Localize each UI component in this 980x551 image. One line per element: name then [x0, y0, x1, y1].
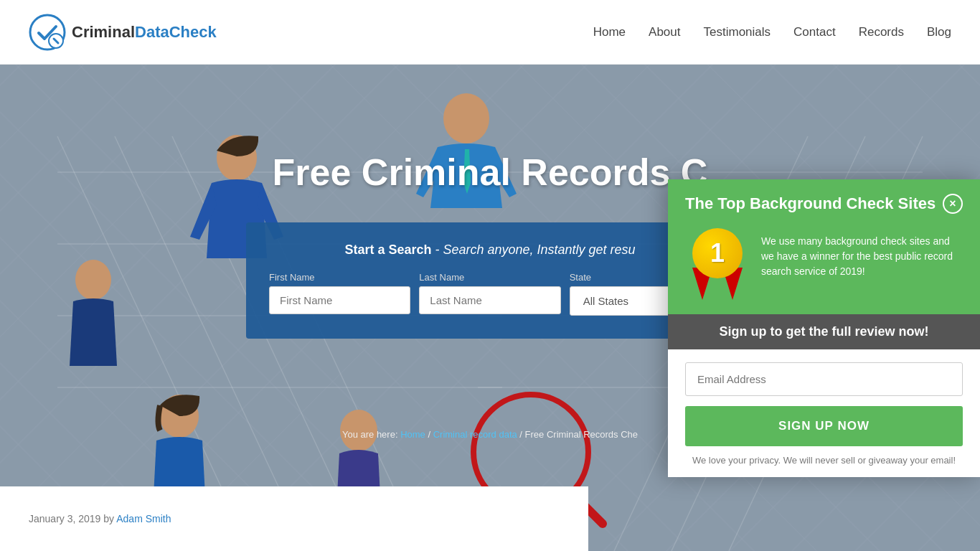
signup-button[interactable]: SIGN UP NOW [685, 406, 963, 446]
search-fields: First Name Last Name State All States [269, 272, 711, 316]
popup-signup-bar: Sign up to get the full review now! [668, 314, 980, 349]
medal-number: 1 [692, 228, 743, 278]
privacy-text: We love your privacy. We will never sell… [685, 455, 963, 466]
breadcrumb-criminal-record[interactable]: Criminal record data [433, 429, 517, 440]
nav-blog[interactable]: Blog [927, 25, 951, 39]
last-name-label: Last Name [419, 272, 560, 283]
logo-text: CriminalDataCheck [72, 23, 217, 42]
popup: The Top Background Check Sites × 1 We us… [668, 179, 980, 477]
first-name-group: First Name [269, 272, 410, 316]
svg-point-19 [443, 93, 489, 143]
post-date: January 3, 2019 [29, 513, 100, 524]
post-author[interactable]: Adam Smith [116, 513, 171, 524]
nav-home[interactable]: Home [593, 25, 626, 39]
post-by: by [103, 513, 114, 524]
nav-testimonials[interactable]: Testimonials [704, 25, 771, 39]
logo[interactable]: CriminalDataCheck [29, 14, 217, 51]
breadcrumb: You are here: Home / Criminal record dat… [342, 429, 638, 440]
search-label: Start a Search [344, 242, 431, 257]
popup-close-button[interactable]: × [943, 194, 963, 214]
email-input[interactable] [685, 362, 963, 396]
first-name-input[interactable] [269, 286, 410, 314]
search-box: Start a Search - Search anyone, Instantl… [246, 222, 734, 339]
hero-title: Free Criminal Records C [273, 151, 708, 194]
search-tagline: - Search anyone, Instantly get resu [435, 242, 635, 257]
popup-header: The Top Background Check Sites × [668, 179, 980, 228]
breadcrumb-home[interactable]: Home [400, 429, 425, 440]
last-name-group: Last Name [419, 272, 560, 316]
popup-badge-row: 1 We use many background check sites and… [668, 228, 980, 314]
search-box-header: Start a Search - Search anyone, Instantl… [269, 242, 711, 258]
main-nav: Home About Testimonials Contact Records … [593, 25, 951, 39]
first-name-label: First Name [269, 272, 410, 283]
nav-records[interactable]: Records [859, 25, 904, 39]
svg-point-21 [75, 260, 111, 300]
popup-badge-text: We use many background check sites and w… [761, 228, 963, 279]
popup-body: SIGN UP NOW We love your privacy. We wil… [668, 349, 980, 477]
logo-icon [29, 14, 66, 51]
popup-title: The Top Background Check Sites [685, 194, 943, 213]
medal-badge: 1 [685, 228, 750, 300]
post-meta-bar: January 3, 2019 by Adam Smith [0, 486, 588, 551]
nav-contact[interactable]: Contact [793, 25, 836, 39]
site-header: CriminalDataCheck Home About Testimonial… [0, 0, 980, 65]
breadcrumb-current: Free Criminal Records Che [525, 429, 639, 440]
post-meta: January 3, 2019 by Adam Smith [29, 513, 171, 524]
last-name-input[interactable] [419, 286, 560, 314]
nav-about[interactable]: About [649, 25, 680, 39]
